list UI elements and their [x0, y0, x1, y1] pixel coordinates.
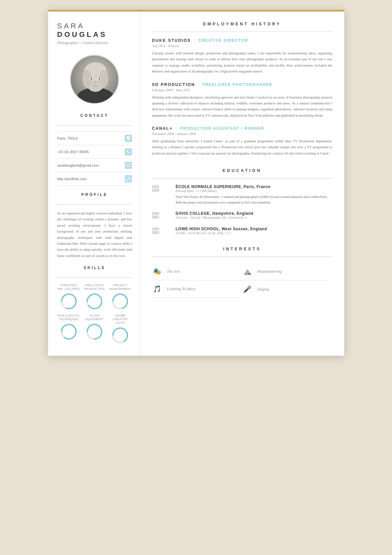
job-company: DUKE STUDIOS: [152, 38, 191, 43]
contact-phone-text: +33 (0) 3007 38935: [57, 150, 89, 154]
skill-label: FLASH EQUIPMENT: [83, 314, 106, 321]
job-desc: Working with independent designers, adve…: [152, 95, 332, 119]
skill-circle: [86, 293, 103, 310]
interest-row: 🎤Singing: [242, 280, 332, 298]
edu-content: ÉCOLE NORMALE SUPERIEURE, Paris, France …: [176, 184, 332, 205]
skill-label: ADOBE CREATIVE SUITE: [109, 314, 132, 325]
interests-section-title: INTERESTS: [152, 247, 332, 251]
music-icon: 🎵: [152, 284, 163, 294]
job-desc: After graduating from university I joine…: [152, 138, 332, 156]
interests-divider: [152, 257, 332, 257]
job-separator: |: [176, 126, 177, 131]
employment-section-title: EMPLOYMENT HISTORY: [152, 22, 332, 26]
contact-email-text: saradouglas4@gmail.com: [57, 163, 99, 167]
education-divider: [152, 178, 332, 179]
profile-section-title: PROFILE: [57, 192, 132, 197]
location-icon: [125, 135, 132, 142]
skill-circle: [60, 323, 77, 340]
svg-rect-13: [126, 164, 130, 167]
skill-circle: [60, 293, 77, 310]
edu-content: LOWE HIGH SCHOOL, West Sussex, England G…: [176, 227, 267, 236]
skill-circle: [86, 323, 103, 340]
job-title-row: SD PRODUCTION | FREELANCE PHOTOGRAPHER: [152, 82, 332, 87]
job-role: FREELANCE PHOTOGRAPHER: [202, 82, 272, 87]
edu-years: 1995 2000: [152, 227, 170, 236]
edu-row: 1995 2000 LOWE HIGH SCHOOL, West Sussex,…: [152, 227, 332, 236]
contact-block: Paris, 75014 +33 (0) 3007 38935 saradoug…: [57, 131, 132, 186]
edu-container: 2002 2006 ÉCOLE NORMALE SUPERIEURE, Pari…: [152, 184, 332, 242]
edu-year-start: 2002: [152, 185, 170, 189]
education-section-title: EDUCATION: [152, 168, 332, 173]
edu-degree: GCSEs - 9 GCSEs A-C (4 As, 4 Bs, 1 C): [176, 231, 267, 235]
edu-years: 2000 2002: [152, 211, 170, 221]
contact-website-text: http://portfolio.com: [57, 177, 87, 181]
skill-label: PROJECT MANAGEMENT: [109, 284, 132, 291]
edu-block: 2000 2002 DAVIS COLLEGE, Hampshire, Engl…: [152, 211, 332, 221]
link-icon: [125, 175, 132, 182]
skills-block: TUNGSTEN, HMI, LED (PRO)PRE & POST PRODU…: [57, 284, 132, 344]
edu-school: DAVIS COLLEGE, Hampshire, England: [176, 211, 253, 216]
edu-degree: Photography - 2:1 BA (Hons): [176, 189, 332, 193]
last-name: DOUGLAS: [57, 30, 107, 39]
interests-container: 🎭The Arts⛰️Mountaineering🎵Listening To M…: [152, 263, 332, 298]
job-block: DUKE STUDIOS | CREATIVE DIRECTOR July 20…: [152, 38, 332, 75]
interest-row: 🎭The Arts: [152, 263, 242, 280]
contact-phone: +33 (0) 3007 38935: [57, 145, 132, 159]
skills-grid: TUNGSTEN, HMI, LED (PRO)PRE & POST PRODU…: [57, 284, 132, 344]
edu-school: ÉCOLE NORMALE SUPERIEURE, Paris, France: [176, 184, 332, 189]
contact-website: http://portfolio.com: [57, 172, 132, 186]
interest-arts-label: The Arts: [167, 269, 180, 273]
jobs-container: DUKE STUDIOS | CREATIVE DIRECTOR July 20…: [152, 38, 332, 164]
edu-year-end: 2002: [152, 215, 170, 219]
interest-mountaineering-label: Mountaineering: [257, 269, 282, 273]
contact-address: Paris, 75014: [57, 131, 132, 145]
svg-point-12: [94, 81, 96, 83]
skills-divider: [57, 277, 132, 278]
job-separator: |: [194, 38, 195, 43]
job-title-row: CANAL+ | PRODUCTION ASSISTANT / RUNNER: [152, 126, 332, 131]
contact-section-title: CONTACT: [57, 113, 132, 118]
svg-point-11: [99, 78, 100, 80]
edu-block: 2002 2006 ÉCOLE NORMALE SUPERIEURE, Pari…: [152, 184, 332, 205]
interest-row: 🎵Listening To Music: [152, 280, 242, 298]
edu-year-start: 2000: [152, 212, 170, 215]
edu-degree: A-Levels - Art (A) / Photography (A) / F…: [176, 216, 253, 219]
job-role: PRODUCTION ASSISTANT / RUNNER: [180, 126, 264, 131]
edu-years: 2002 2006: [152, 184, 170, 205]
edu-content: DAVIS COLLEGE, Hampshire, England A-Leve…: [176, 211, 253, 221]
job-role: CREATIVE DIRECTOR: [198, 38, 248, 43]
edu-school: LOWE HIGH SCHOOL, West Sussex, England: [176, 227, 267, 231]
theater-icon: 🎭: [152, 266, 163, 277]
name-block: SARA DOUGLAS: [57, 22, 132, 39]
edu-year-end: 2000: [152, 231, 170, 235]
skill-item: PROJECT MANAGEMENT: [109, 284, 132, 310]
edu-row: 2000 2002 DAVIS COLLEGE, Hampshire, Engl…: [152, 211, 332, 221]
employment-divider: [152, 32, 332, 32]
right-column: EMPLOYMENT HISTORY DUKE STUDIOS | CREATI…: [140, 10, 344, 356]
singing-icon: 🎤: [242, 284, 253, 294]
resume-page: SARA DOUGLAS Photographer / Creative Dir…: [48, 10, 344, 356]
skill-item: FILM & DIGITAL TECHNIQUES: [57, 314, 80, 344]
contact-email: saradouglas4@gmail.com: [57, 159, 132, 172]
skill-label: FILM & DIGITAL TECHNIQUES: [57, 314, 80, 321]
avatar-photo: [71, 56, 118, 103]
svg-point-17: [87, 294, 102, 309]
interest-row: ⛰️Mountaineering: [242, 263, 332, 280]
profile-divider: [57, 204, 132, 205]
left-column: SARA DOUGLAS Photographer / Creative Dir…: [48, 10, 140, 356]
job-company: SD PRODUCTION: [152, 82, 195, 87]
phone-icon: [125, 148, 132, 155]
interest-music-label: Listening To Music: [167, 287, 196, 291]
skill-circle: [112, 327, 129, 344]
skill-label: TUNGSTEN, HMI, LED (PRO): [57, 284, 80, 291]
interest-singing-label: Singing: [257, 287, 269, 291]
subtitle: Photographer / Creative Director: [57, 41, 132, 45]
interests-grid: 🎭The Arts⛰️Mountaineering🎵Listening To M…: [152, 263, 332, 298]
job-date: November 2006 - January 2009: [152, 132, 332, 136]
contact-address-text: Paris, 75014: [57, 136, 78, 140]
skill-item: PRE & POST PRODUCTION: [83, 284, 106, 310]
edu-desc: Final Year Project & Dissertation - I st…: [176, 194, 332, 205]
edu-year-end: 2006: [152, 189, 170, 192]
job-desc: Liaising closely with internal design, p…: [152, 50, 332, 75]
profile-block: As an organised and highly creative indi…: [57, 210, 132, 259]
